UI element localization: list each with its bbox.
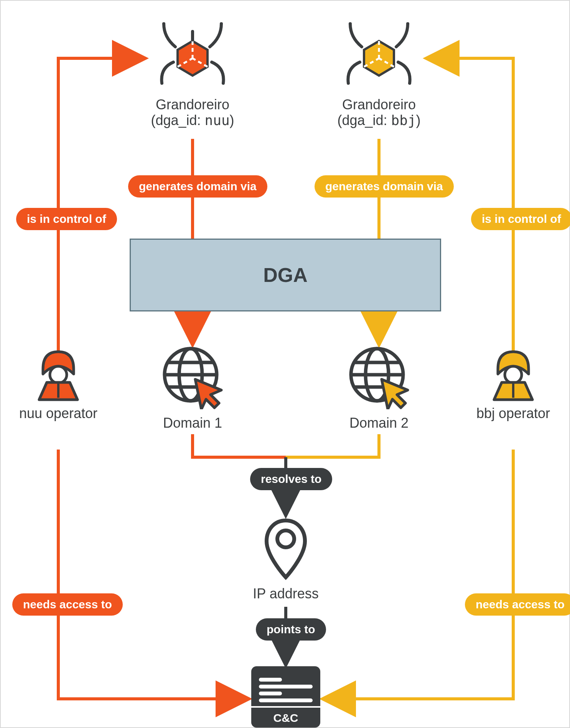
malware-left-name: Grandoreiro (156, 97, 229, 112)
operator-right-label: bbj operator (467, 405, 559, 421)
svg-point-13 (220, 22, 223, 25)
edge-resolves: resolves to (250, 468, 332, 490)
ip-pin-icon (263, 517, 309, 582)
edge-control-left: is in control of (16, 208, 117, 230)
dga-label: DGA (263, 264, 308, 287)
svg-point-12 (162, 22, 165, 25)
svg-marker-31 (382, 379, 408, 409)
edge-access-right: needs access to (465, 593, 570, 616)
dga-box: DGA (130, 239, 441, 311)
server-slot (259, 678, 282, 682)
malware-icon-right (344, 22, 413, 91)
edge-points: points to (256, 618, 326, 641)
svg-point-34 (505, 366, 522, 383)
edge-gen-left: generates domain via (128, 175, 267, 198)
svg-point-36 (277, 530, 294, 547)
svg-marker-25 (195, 379, 221, 409)
edge-control-right: is in control of (471, 208, 570, 230)
svg-point-19 (406, 22, 409, 25)
cc-label: C&C (251, 706, 320, 728)
server-slot (259, 692, 282, 695)
ip-label: IP address (247, 586, 324, 601)
domain-right-label: Domain 2 (341, 415, 417, 431)
operator-icon-left (30, 344, 87, 402)
malware-right-value: bbj (391, 112, 416, 128)
domain-icon-left (160, 344, 225, 409)
cc-server-icon: C&C (251, 666, 320, 728)
malware-left-field: dga_id (155, 112, 197, 128)
svg-point-18 (349, 22, 352, 25)
edge-gen-right: generates domain via (315, 175, 454, 198)
svg-point-32 (50, 366, 67, 383)
malware-left-label: Grandoreiro (dga_id: nuu) (143, 97, 242, 128)
domain-left-label: Domain 1 (154, 415, 231, 431)
operator-left-label: nuu operator (12, 405, 104, 421)
malware-icon-left (158, 22, 227, 91)
malware-left-value: nuu (205, 112, 230, 128)
operator-icon-right (484, 344, 542, 402)
malware-right-name: Grandoreiro (342, 97, 416, 112)
server-slot (259, 685, 313, 688)
server-slot (259, 698, 313, 702)
domain-icon-right (346, 344, 412, 409)
edge-access-left: needs access to (12, 593, 123, 616)
malware-right-label: Grandoreiro (dga_id: bbj) (329, 97, 429, 128)
diagram-frame: Grandoreiro (dga_id: nuu) Grandoreiro (d… (0, 0, 570, 728)
malware-right-field: dga_id (342, 112, 383, 128)
